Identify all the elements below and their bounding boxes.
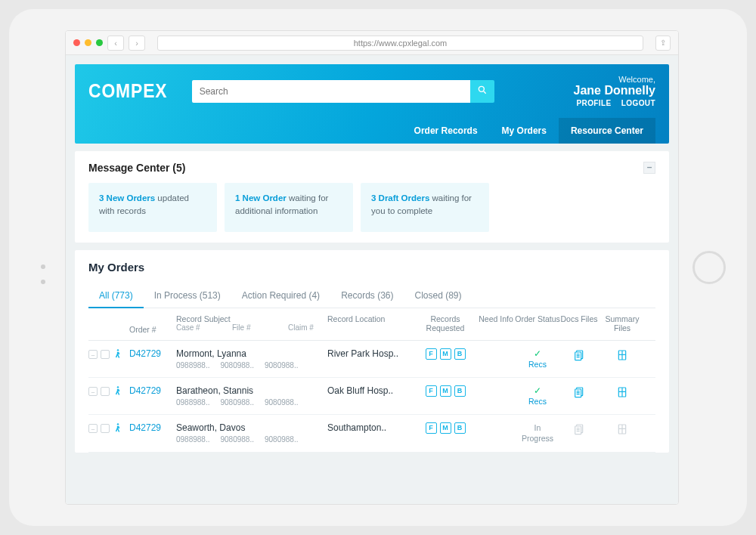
checkbox[interactable] [101,387,110,396]
file-number: 9080988.. [221,361,255,370]
message-card[interactable]: 1 New Order waiting for additional infor… [225,183,353,232]
case-number: 0988988.. [176,435,210,444]
summary-file-icon[interactable] [616,354,628,364]
message-card[interactable]: 3 New Orders updated with records [88,183,217,232]
claim-number: 9080988.. [265,435,299,444]
minimize-window-icon[interactable] [85,39,91,46]
message-center-panel: Message Center (5) – 3 New Orders update… [75,151,669,243]
col-record-subject: Record Subject [176,314,327,323]
home-button[interactable] [692,251,726,284]
search-icon [477,85,488,97]
tab-all[interactable]: All (773) [88,284,144,308]
record-type-badge[interactable]: B [454,348,466,360]
url-bar[interactable]: https://www.cpxlegal.com [157,36,643,51]
table-row: –D42729Mormont, Lyanna0988988..9080988..… [88,341,655,378]
col-case: Case # [176,323,223,332]
svg-rect-22 [575,426,581,434]
search-input[interactable] [192,80,470,103]
col-claim: Claim # [288,323,314,332]
record-type-badge[interactable]: B [454,422,466,434]
svg-point-11 [117,386,119,388]
tab-action-required[interactable]: Action Required (4) [231,284,330,308]
col-record-location: Record Location [327,314,414,334]
docs-file-icon[interactable] [573,391,585,401]
table-row: –D42729Seaworth, Davos0988988..9080988..… [88,415,655,453]
svg-point-20 [117,423,119,425]
checkbox[interactable] [101,424,110,433]
orders-panel: My Orders All (773) In Process (513) Act… [75,250,669,453]
record-type-badge[interactable]: F [426,422,437,434]
record-location: Oak Bluff Hosp.. [327,385,414,396]
share-icon[interactable]: ⇪ [655,36,671,51]
status-text: Recs [528,360,547,369]
record-type-badge[interactable]: F [426,385,437,397]
record-type-badge[interactable]: F [426,348,437,360]
summary-file-icon[interactable] [616,391,628,401]
message-card[interactable]: 3 Draft Orders waiting for you to comple… [361,183,489,232]
status-text: InProgress [522,423,553,444]
welcome-label: Welcome, [569,75,655,84]
nav-my-orders[interactable]: My Orders [490,118,559,144]
case-number: 0988988.. [176,361,210,370]
header-nav: Order Records My Orders Resource Center [88,118,655,144]
user-name: Jane Donnelly [569,84,655,97]
app-header: COMPEX Welcome, Jane Donnelly [75,64,669,144]
svg-point-0 [479,86,484,91]
back-button[interactable]: ‹ [107,36,124,51]
record-type-badge[interactable]: M [440,348,451,360]
order-link[interactable]: D42729 [129,385,161,396]
profile-link[interactable]: PROFILE [576,99,611,107]
tab-in-process[interactable]: In Process (513) [144,284,231,308]
svg-point-2 [117,349,119,351]
order-link[interactable]: D42729 [129,422,161,433]
checkbox[interactable] [101,350,110,359]
claim-number: 9080988.. [265,361,299,370]
user-block: Welcome, Jane Donnelly PROFILE LOGOUT [569,75,655,107]
orders-title: My Orders [88,261,655,274]
record-type-badge[interactable]: B [454,385,466,397]
collapse-button[interactable]: – [643,162,655,174]
message-cards: 3 New Orders updated with records1 New O… [88,183,655,232]
forward-button[interactable]: › [129,36,145,51]
browser-bar: ‹ › https://www.cpxlegal.com ⇪ [66,31,678,55]
order-link[interactable]: D42729 [129,348,161,359]
subject-name: Seaworth, Davos [176,422,327,433]
claim-number: 9080988.. [265,398,299,407]
expand-icon[interactable]: – [88,424,98,433]
close-window-icon[interactable] [73,39,80,46]
record-location: Southampton.. [327,422,414,433]
case-number: 0988988.. [176,398,210,407]
logo: COMPEX [88,79,167,103]
col-summary-files: Summary Files [598,314,646,334]
svg-rect-13 [575,389,581,397]
camera-dot [41,280,45,284]
col-order: Order # [129,314,176,334]
file-number: 9080988.. [221,398,255,407]
svg-line-1 [483,91,485,94]
record-type-badge[interactable]: M [440,422,451,434]
subject-name: Mormont, Lyanna [176,348,327,359]
logout-link[interactable]: LOGOUT [621,99,655,107]
table-body: –D42729Mormont, Lyanna0988988..9080988..… [88,341,655,453]
record-type-badge[interactable]: M [440,385,451,397]
camera-dot [41,264,45,269]
nav-order-records[interactable]: Order Records [402,118,490,144]
col-file: File # [232,323,279,332]
expand-icon[interactable]: – [88,350,98,359]
nav-resource-center[interactable]: Resource Center [559,118,655,144]
docs-file-icon[interactable] [573,354,585,364]
expand-icon[interactable]: – [88,387,98,396]
svg-rect-4 [575,352,581,360]
tab-closed[interactable]: Closed (89) [404,284,472,308]
status-text: Recs [528,397,547,406]
maximize-window-icon[interactable] [96,39,103,46]
summary-file-icon [616,428,628,438]
record-location: River Park Hosp.. [327,348,414,359]
check-icon: ✓ [515,348,560,359]
tab-records[interactable]: Records (36) [330,284,404,308]
search-button[interactable] [470,80,494,103]
screen: ‹ › https://www.cpxlegal.com ⇪ COMPEX [65,30,679,505]
col-order-status: Order Status [515,314,560,334]
docs-file-icon [573,428,585,438]
search-wrap [192,80,494,103]
